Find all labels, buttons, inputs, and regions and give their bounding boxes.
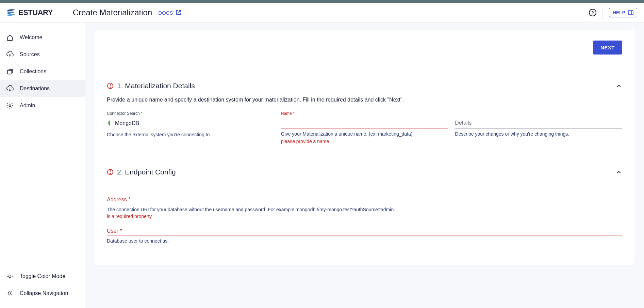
error-icon [107, 169, 114, 175]
section-1-header[interactable]: 1. Materialization Details [107, 82, 622, 90]
next-button[interactable]: NEXT [593, 41, 622, 55]
help-button[interactable]: HELP [609, 8, 637, 17]
sidebar-item-label: Collections [20, 68, 46, 75]
logo[interactable]: ESTUARY [7, 8, 53, 17]
header: ESTUARY Create Materialization DOCS ? HE… [0, 3, 644, 23]
docs-label: DOCS [158, 10, 173, 16]
sidebar: Welcome Sources Collections Destinations… [0, 23, 85, 308]
sidebar-item-destinations[interactable]: Destinations [0, 80, 85, 97]
sidebar-item-collections[interactable]: Collections [0, 63, 85, 80]
details-input-wrap [455, 118, 622, 128]
toggle-color-label: Toggle Color Mode [20, 273, 65, 279]
cloud-upload-icon [6, 51, 14, 58]
collapse-navigation[interactable]: Collapse Navigation [0, 285, 85, 302]
address-label: Address * [107, 197, 622, 203]
sidebar-item-label: Destinations [20, 86, 50, 92]
toggle-color-mode[interactable]: Toggle Color Mode [0, 268, 85, 285]
name-error: please provide a name [281, 139, 448, 144]
name-field: Name * Give your Materialization a uniqu… [281, 111, 448, 144]
logo-text: ESTUARY [18, 8, 53, 17]
svg-point-10 [110, 173, 111, 174]
collection-icon [6, 68, 14, 75]
svg-point-7 [110, 87, 111, 88]
name-help: Give your Materialization a unique name.… [281, 131, 448, 137]
sun-icon [6, 273, 14, 280]
form-card: NEXT 1. Materialization Details Provide … [95, 30, 634, 265]
sidebar-item-label: Welcome [20, 34, 42, 41]
top-strip [0, 0, 644, 3]
connector-label: Connector Search * [107, 111, 274, 116]
section-2-title: 2. Endpoint Config [117, 168, 612, 176]
divider [63, 6, 63, 19]
question-icon: ? [591, 10, 594, 15]
mongodb-icon [107, 120, 112, 127]
name-input[interactable] [281, 120, 448, 126]
divider [602, 6, 603, 19]
section-1-description: Provide a unique name and specify a dest… [107, 97, 622, 103]
gear-icon [6, 102, 14, 109]
external-link-icon [176, 10, 181, 15]
sidebar-item-admin[interactable]: Admin [0, 97, 85, 114]
details-label-spacer [455, 111, 622, 116]
section-2-header[interactable]: 2. Endpoint Config [107, 168, 622, 176]
address-help: The connection URI for your database wit… [107, 207, 622, 212]
details-help: Describe your changes or why you're chan… [455, 131, 622, 137]
user-input[interactable] [107, 235, 622, 235]
help-label: HELP [613, 10, 625, 15]
sidebar-item-sources[interactable]: Sources [0, 46, 85, 63]
svg-rect-2 [7, 70, 12, 74]
sidebar-item-label: Sources [20, 51, 40, 58]
connector-help: Choose the external system you're connec… [107, 132, 274, 137]
content-area: NEXT 1. Materialization Details Provide … [85, 23, 644, 308]
address-field: Address * The connection URI for your da… [107, 197, 622, 219]
svg-rect-0 [628, 11, 633, 15]
collapse-label: Collapse Navigation [20, 290, 68, 296]
section-1-title: 1. Materialization Details [117, 82, 612, 90]
name-input-wrap [281, 118, 448, 128]
chevron-up-icon[interactable] [615, 169, 622, 175]
page-title: Create Materialization [73, 8, 152, 17]
name-label: Name * [281, 111, 448, 116]
svg-point-3 [9, 105, 11, 107]
docs-link[interactable]: DOCS [158, 10, 181, 16]
chevron-up-icon[interactable] [615, 82, 622, 89]
user-field: User * Database user to connect as. [107, 228, 622, 244]
user-label: User * [107, 228, 622, 234]
error-icon [107, 82, 114, 89]
svg-point-4 [9, 275, 11, 277]
address-error: is a required property [107, 214, 622, 219]
panel-icon [628, 10, 633, 15]
logo-icon [7, 8, 16, 17]
chevron-left-icon [6, 290, 14, 297]
connector-value: MongoDB [115, 120, 139, 126]
sidebar-item-label: Admin [20, 103, 35, 109]
user-help: Database user to connect as. [107, 238, 622, 244]
address-input[interactable] [107, 203, 622, 204]
cloud-download-icon [6, 85, 14, 92]
home-icon [6, 34, 14, 41]
connector-field: Connector Search * MongoDB Choose the ex… [107, 111, 274, 144]
help-icon-button[interactable]: ? [589, 9, 596, 16]
connector-input[interactable]: MongoDB [107, 118, 274, 129]
details-input[interactable] [455, 120, 622, 126]
sidebar-item-welcome[interactable]: Welcome [0, 29, 85, 46]
details-field: Describe your changes or why you're chan… [455, 111, 622, 144]
